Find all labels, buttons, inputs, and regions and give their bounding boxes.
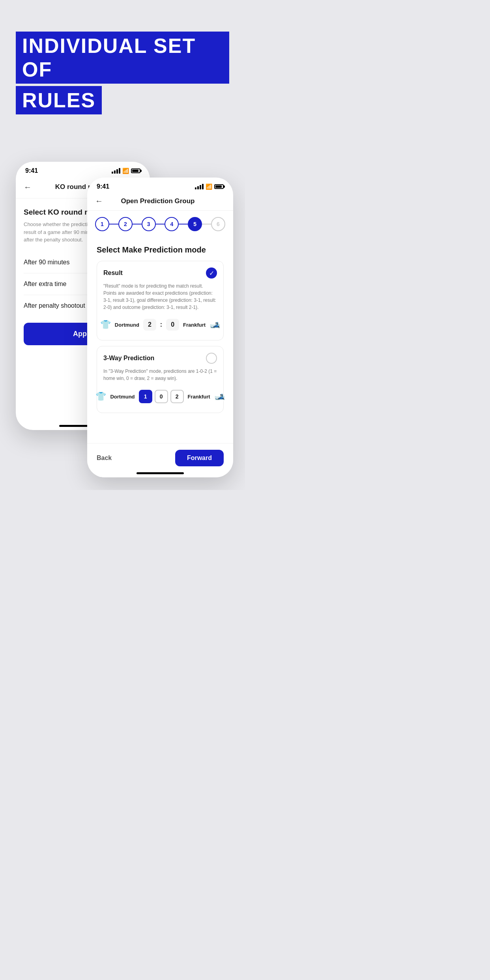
bar2r: [197, 186, 199, 189]
bar4r: [202, 184, 204, 189]
hero-section: INDIVIDUAL SET OF RULES: [0, 0, 245, 130]
dortmund-shirt-2: 👕: [95, 391, 106, 402]
pred-btn-1[interactable]: 1: [139, 390, 152, 403]
signal-bars-right: [195, 184, 204, 189]
step-1[interactable]: 1: [95, 217, 109, 231]
frankfurt-name: Frankfurt: [183, 322, 206, 328]
status-bar-right: 9:41 📶: [87, 178, 233, 193]
nav-title-right: Open Prediction Group: [121, 197, 195, 205]
step-line-3-4: [155, 224, 166, 224]
wifi-icon-left: 📶: [122, 168, 129, 174]
threeway-mode-title: 3-Way Prediction: [103, 355, 154, 362]
phones-container: 9:41 📶 ← KO round mode ? Selec: [0, 138, 245, 477]
status-icons-right: 📶: [195, 183, 224, 190]
threeway-match-row: 👕 Dortmund 1 0 2 Frankfurt 🎿: [103, 387, 217, 406]
result-mode-title: Result: [103, 269, 123, 277]
battery-icon-right: [214, 184, 224, 189]
result-mode-card[interactable]: Result ✓ "Result" mode is for predicting…: [97, 261, 224, 340]
frankfurt-name-2: Frankfurt: [188, 394, 210, 400]
status-time-left: 9:41: [25, 167, 38, 174]
threeway-mode-card[interactable]: 3-Way Prediction In "3-Way Prediction" m…: [97, 346, 224, 413]
hero-title-line2: RULES: [16, 86, 102, 114]
step-3[interactable]: 3: [142, 217, 156, 231]
step-4[interactable]: 4: [165, 217, 179, 231]
phone-nav-right: ← Open Prediction Group: [87, 193, 233, 211]
bar1r: [195, 187, 196, 189]
dortmund-name: Dortmund: [115, 322, 139, 328]
wifi-icon-right: 📶: [206, 183, 212, 190]
home-indicator-right: [137, 472, 184, 474]
result-mode-desc: "Result" mode is for predicting the matc…: [103, 282, 217, 311]
score-sep: :: [160, 321, 162, 328]
battery-fill-left: [132, 170, 138, 172]
result-match-row: 👕 Dortmund 2 : 0 Frankfurt 🎿: [103, 316, 217, 334]
right-content: Select Make Prediction mode Result ✓ "Re…: [87, 238, 233, 458]
mode-section-title: Select Make Prediction mode: [97, 245, 224, 254]
dortmund-name-2: Dortmund: [110, 394, 135, 400]
result-check[interactable]: ✓: [206, 267, 217, 279]
status-icons-left: 📶: [112, 168, 140, 174]
step-line-2-3: [132, 224, 142, 224]
step-6[interactable]: 6: [211, 217, 225, 231]
bar4: [119, 168, 120, 174]
forward-button[interactable]: Forward: [175, 450, 224, 466]
threeway-radio[interactable]: [206, 353, 217, 364]
battery-fill-right: [215, 185, 222, 188]
back-arrow-left[interactable]: ←: [24, 183, 32, 192]
dortmund-shirt: 👕: [100, 320, 111, 330]
bar3: [116, 169, 118, 174]
back-button[interactable]: Back: [97, 454, 112, 462]
battery-icon-left: [131, 168, 140, 173]
frankfurt-shirt: 🎿: [209, 320, 220, 330]
step-line-4-5: [178, 224, 189, 224]
status-bar-left: 9:41 📶: [16, 162, 150, 178]
threeway-card-header: 3-Way Prediction: [103, 353, 217, 364]
threeway-mode-desc: In "3-Way Prediction" mode, predictions …: [103, 368, 217, 382]
stepper: 1 2 3 4 5 6: [87, 211, 233, 238]
bar1: [112, 172, 113, 174]
score-home: 2: [143, 319, 156, 331]
step-5[interactable]: 5: [188, 217, 202, 231]
phone-right: 9:41 📶 ← Open Prediction Group: [87, 178, 233, 477]
result-card-header: Result ✓: [103, 267, 217, 279]
frankfurt-shirt-2: 🎿: [214, 391, 225, 402]
status-time-right: 9:41: [97, 183, 109, 190]
bar3r: [200, 185, 201, 189]
step-line-1-2: [108, 224, 119, 224]
pred-btn-0[interactable]: 0: [155, 390, 168, 403]
back-arrow-right[interactable]: ←: [95, 196, 103, 206]
score-away: 0: [166, 319, 179, 331]
hero-title-line1: INDIVIDUAL SET OF: [16, 32, 229, 84]
pred-buttons: 1 0 2: [139, 390, 184, 403]
bar2: [114, 170, 116, 174]
step-line-5-6: [201, 224, 212, 224]
pred-btn-2[interactable]: 2: [170, 390, 184, 403]
signal-bars-left: [112, 168, 120, 174]
step-2[interactable]: 2: [118, 217, 133, 231]
